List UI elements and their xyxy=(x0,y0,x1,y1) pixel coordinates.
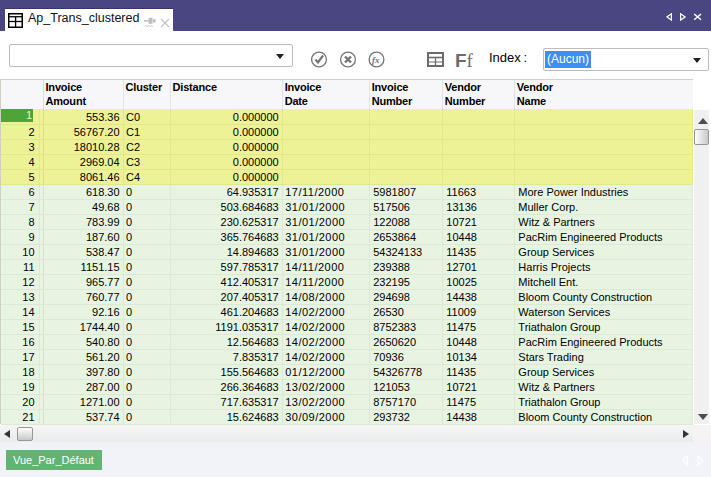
svg-text:fx: fx xyxy=(372,55,380,65)
